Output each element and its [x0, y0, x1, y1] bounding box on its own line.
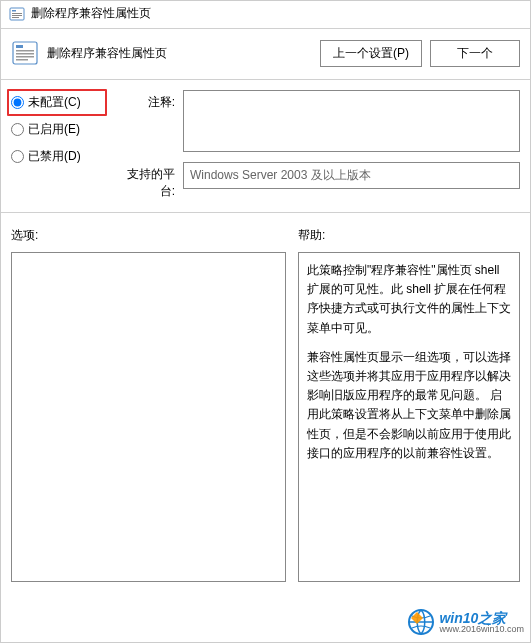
platform-label: 支持的平台:	[115, 162, 175, 200]
radio-disabled-input[interactable]	[11, 150, 24, 163]
header-row: 删除程序兼容性属性页 上一个设置(P) 下一个	[1, 29, 530, 77]
svg-rect-7	[16, 50, 34, 52]
comment-label: 注释:	[115, 90, 175, 111]
platform-row: 支持的平台: Windows Server 2003 及以上版本	[115, 162, 520, 200]
panels-area: 此策略控制"程序兼容性"属性页 shell 扩展的可见性。此 shell 扩展在…	[1, 252, 530, 592]
svg-rect-8	[16, 53, 34, 55]
config-area: 未配置(C) 已启用(E) 已禁用(D) 注释: 支持的平台: Windows …	[1, 80, 530, 210]
radio-not-configured-input[interactable]	[11, 96, 24, 109]
svg-rect-3	[12, 15, 22, 16]
help-paragraph-2: 兼容性属性页显示一组选项，可以选择这些选项并将其应用于应用程序以解决影响旧版应用…	[307, 348, 511, 463]
radio-enabled-label: 已启用(E)	[28, 121, 80, 138]
radio-not-configured-label: 未配置(C)	[28, 94, 81, 111]
platform-value: Windows Server 2003 及以上版本	[183, 162, 520, 189]
fields-area: 注释: 支持的平台: Windows Server 2003 及以上版本	[115, 90, 520, 200]
radio-enabled[interactable]: 已启用(E)	[11, 121, 103, 138]
radio-disabled[interactable]: 已禁用(D)	[11, 148, 103, 165]
radio-enabled-input[interactable]	[11, 123, 24, 136]
options-header: 选项:	[11, 227, 286, 244]
help-panel: 此策略控制"程序兼容性"属性页 shell 扩展的可见性。此 shell 扩展在…	[298, 252, 520, 582]
watermark-text: win10之家 www.2016win10.com	[439, 611, 524, 634]
svg-rect-2	[12, 13, 22, 14]
svg-rect-4	[12, 17, 19, 18]
state-radio-group: 未配置(C) 已启用(E) 已禁用(D)	[11, 90, 103, 200]
svg-rect-6	[16, 45, 23, 48]
window-title: 删除程序兼容性属性页	[31, 5, 151, 22]
help-header: 帮助:	[298, 227, 520, 244]
columns-header: 选项: 帮助:	[1, 213, 530, 252]
policy-icon	[9, 6, 25, 22]
nav-buttons: 上一个设置(P) 下一个	[320, 40, 520, 67]
next-setting-button[interactable]: 下一个	[430, 40, 520, 67]
comment-row: 注释:	[115, 90, 520, 152]
comment-input[interactable]	[183, 90, 520, 152]
svg-rect-9	[16, 56, 34, 58]
header-title: 删除程序兼容性属性页	[47, 45, 312, 62]
policy-header-icon	[11, 39, 39, 67]
watermark-globe-icon	[407, 608, 435, 636]
prev-setting-button[interactable]: 上一个设置(P)	[320, 40, 422, 67]
radio-disabled-label: 已禁用(D)	[28, 148, 81, 165]
watermark-line2: www.2016win10.com	[439, 625, 524, 634]
options-panel	[11, 252, 286, 582]
radio-not-configured[interactable]: 未配置(C)	[7, 89, 107, 116]
svg-rect-1	[12, 10, 16, 12]
help-paragraph-1: 此策略控制"程序兼容性"属性页 shell 扩展的可见性。此 shell 扩展在…	[307, 261, 511, 338]
title-bar: 删除程序兼容性属性页	[1, 1, 530, 26]
watermark-line1: win10之家	[439, 611, 524, 625]
svg-rect-10	[16, 59, 28, 61]
watermark: win10之家 www.2016win10.com	[407, 608, 524, 636]
